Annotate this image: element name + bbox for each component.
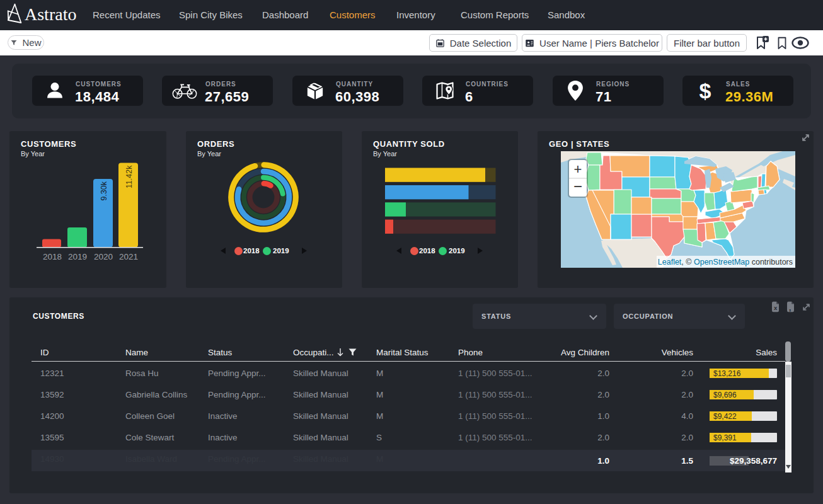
- svg-text:+: +: [574, 161, 582, 177]
- svg-text:−: −: [573, 178, 582, 195]
- svg-text:2018: 2018: [43, 252, 62, 261]
- svg-text:x: x: [774, 304, 778, 311]
- svg-text:Leaflet, © OpenStreetMap contr: Leaflet, © OpenStreetMap contributors: [658, 258, 793, 266]
- svg-text:2020: 2020: [94, 252, 113, 261]
- svg-text:11.42k: 11.42k: [125, 165, 134, 188]
- svg-text:2019: 2019: [68, 252, 87, 261]
- svg-text:2021: 2021: [119, 252, 138, 261]
- svg-text:,: ,: [789, 304, 791, 312]
- svg-text:9.30k: 9.30k: [100, 181, 108, 200]
